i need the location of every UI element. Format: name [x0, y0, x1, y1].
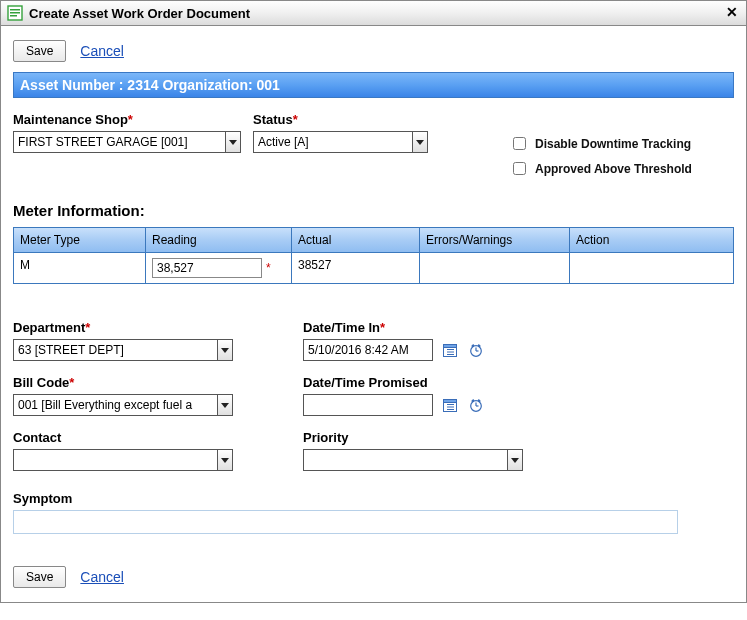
clock-icon	[468, 342, 484, 358]
contact-dropdown-btn[interactable]	[217, 450, 232, 470]
svg-rect-1	[10, 9, 20, 11]
status-label: Status*	[253, 112, 298, 127]
svg-rect-13	[444, 400, 457, 403]
col-action: Action	[570, 228, 733, 252]
priority-dropdown-btn[interactable]	[507, 450, 522, 470]
status-select[interactable]	[253, 131, 428, 153]
window-title: Create Asset Work Order Document	[29, 6, 250, 21]
chevron-down-icon	[221, 403, 229, 408]
svg-rect-2	[10, 12, 20, 14]
col-meter-type: Meter Type	[14, 228, 146, 252]
billcode-dropdown-btn[interactable]	[217, 395, 232, 415]
approved-threshold-checkbox[interactable]	[513, 162, 526, 175]
datetime-in-input[interactable]	[303, 339, 433, 361]
billcode-select[interactable]	[13, 394, 233, 416]
calendar-icon	[442, 397, 458, 413]
approved-threshold-label: Approved Above Threshold	[535, 162, 692, 176]
maintenance-shop-dropdown-btn[interactable]	[225, 132, 240, 152]
chevron-down-icon	[221, 458, 229, 463]
datetime-promised-calendar-btn[interactable]	[441, 396, 459, 414]
meter-table-row: M * 38527	[14, 253, 733, 283]
contact-input[interactable]	[14, 450, 217, 470]
datetime-in-calendar-btn[interactable]	[441, 341, 459, 359]
chevron-down-icon	[511, 458, 519, 463]
chevron-down-icon	[221, 348, 229, 353]
close-icon: ✕	[726, 4, 738, 20]
col-reading: Reading	[146, 228, 292, 252]
work-order-modal: Create Asset Work Order Document ✕ Save …	[0, 0, 747, 603]
meter-type-cell: M	[14, 253, 146, 283]
col-errors: Errors/Warnings	[420, 228, 570, 252]
save-button-bottom[interactable]: Save	[13, 566, 66, 588]
datetime-in-label: Date/Time In*	[303, 320, 734, 335]
status-input[interactable]	[254, 132, 412, 152]
symptom-input[interactable]	[13, 510, 678, 534]
clock-icon	[468, 397, 484, 413]
col-actual: Actual	[292, 228, 420, 252]
contact-select[interactable]	[13, 449, 233, 471]
priority-label: Priority	[303, 430, 734, 445]
svg-rect-5	[444, 345, 457, 348]
save-button-top[interactable]: Save	[13, 40, 66, 62]
department-dropdown-btn[interactable]	[217, 340, 232, 360]
titlebar: Create Asset Work Order Document ✕	[1, 1, 746, 26]
close-button[interactable]: ✕	[724, 5, 740, 21]
datetime-promised-label: Date/Time Promised	[303, 375, 734, 390]
symptom-label: Symptom	[13, 491, 734, 506]
maintenance-shop-select[interactable]	[13, 131, 241, 153]
maintenance-shop-label: Maintenance Shop*	[13, 112, 133, 127]
action-cell	[570, 253, 733, 283]
errors-cell	[420, 253, 570, 283]
priority-input[interactable]	[304, 450, 507, 470]
meter-table: Meter Type Reading Actual Errors/Warning…	[13, 227, 734, 284]
cancel-link-bottom[interactable]: Cancel	[80, 569, 124, 585]
form-icon	[7, 5, 23, 21]
billcode-label: Bill Code*	[13, 375, 263, 390]
priority-select[interactable]	[303, 449, 523, 471]
asset-banner: Asset Number : 2314 Organization: 001	[13, 72, 734, 98]
meter-information-heading: Meter Information:	[13, 202, 734, 219]
datetime-in-clock-btn[interactable]	[467, 341, 485, 359]
datetime-promised-input[interactable]	[303, 394, 433, 416]
chevron-down-icon	[416, 140, 424, 145]
department-label: Department*	[13, 320, 263, 335]
disable-downtime-checkbox[interactable]	[513, 137, 526, 150]
maintenance-shop-input[interactable]	[14, 132, 225, 152]
contact-label: Contact	[13, 430, 263, 445]
meter-table-header: Meter Type Reading Actual Errors/Warning…	[14, 228, 733, 253]
disable-downtime-row[interactable]: Disable Downtime Tracking	[509, 134, 734, 153]
status-dropdown-btn[interactable]	[412, 132, 427, 152]
datetime-promised-clock-btn[interactable]	[467, 396, 485, 414]
billcode-input[interactable]	[14, 395, 217, 415]
reading-input[interactable]	[152, 258, 262, 278]
department-select[interactable]	[13, 339, 233, 361]
department-input[interactable]	[14, 340, 217, 360]
calendar-icon	[442, 342, 458, 358]
reading-required-indicator: *	[266, 261, 271, 275]
disable-downtime-label: Disable Downtime Tracking	[535, 137, 691, 151]
actual-cell: 38527	[292, 253, 420, 283]
chevron-down-icon	[229, 140, 237, 145]
cancel-link-top[interactable]: Cancel	[80, 43, 124, 59]
svg-rect-3	[10, 15, 17, 17]
approved-threshold-row[interactable]: Approved Above Threshold	[509, 159, 734, 178]
